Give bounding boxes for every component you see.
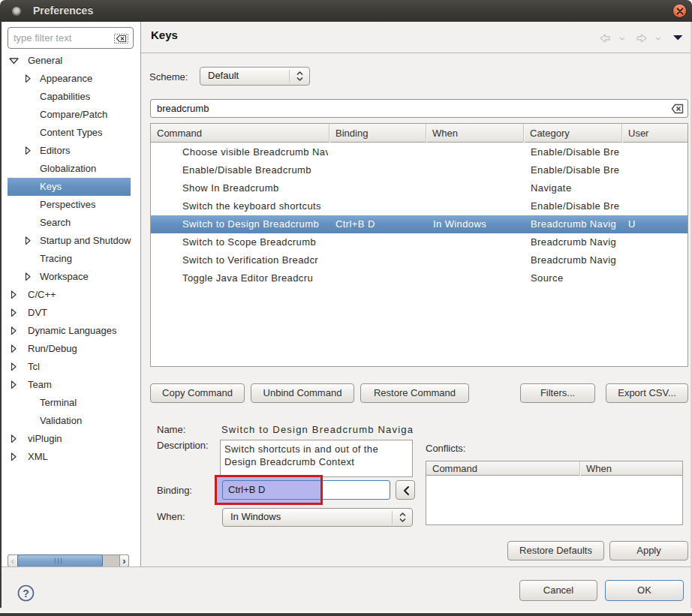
svg-text:?: ? <box>23 587 29 599</box>
